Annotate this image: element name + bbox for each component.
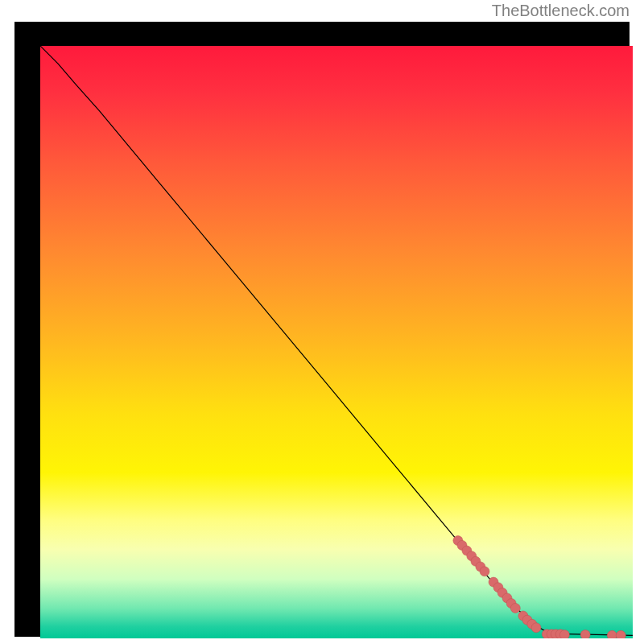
- data-point: [531, 623, 541, 633]
- plot-area: [40, 46, 633, 638]
- chart-container: TheBottleneck.com: [0, 0, 644, 644]
- data-point: [580, 630, 590, 638]
- chart-frame: [14, 22, 630, 637]
- attribution-text: TheBottleneck.com: [492, 2, 630, 20]
- data-point: [616, 630, 625, 638]
- data-point: [607, 630, 617, 638]
- data-point: [510, 603, 520, 613]
- data-point: [559, 630, 569, 638]
- data-points-group: [453, 536, 625, 638]
- data-point: [480, 567, 489, 576]
- chart-overlay: [40, 46, 633, 638]
- bottleneck-curve: [40, 46, 633, 635]
